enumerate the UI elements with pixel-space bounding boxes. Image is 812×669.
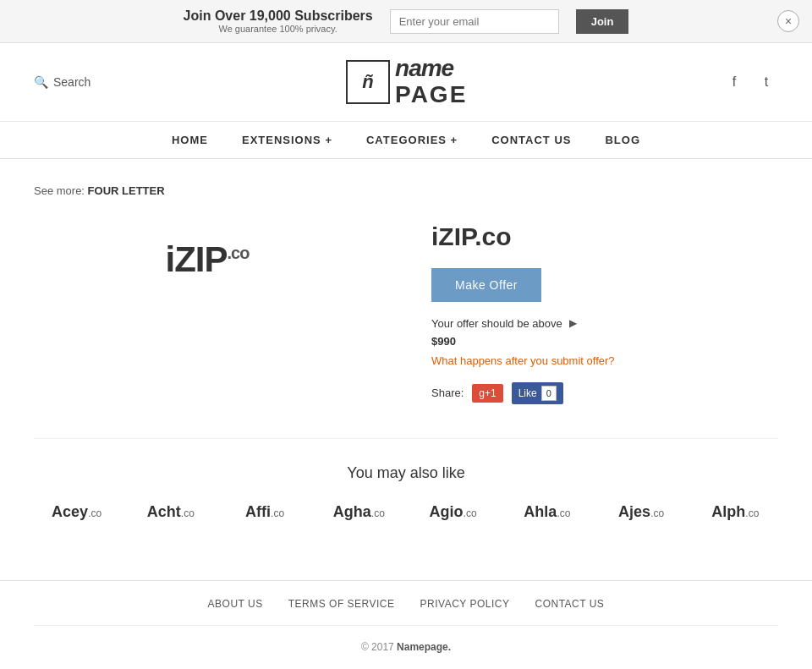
- search-area[interactable]: 🔍 Search: [34, 75, 91, 89]
- see-more-label: See more:: [34, 184, 85, 197]
- also-like-item[interactable]: Affi.co: [222, 503, 308, 521]
- footer-contact[interactable]: CONTACT US: [535, 598, 604, 610]
- footer-copyright: © 2017 Namepage.: [34, 641, 778, 653]
- main-content: See more: FOUR LETTER iZIP.co iZIP.co Ma…: [0, 159, 812, 546]
- domain-title: iZIP.co: [431, 222, 778, 251]
- also-like-item[interactable]: Ahla.co: [504, 503, 590, 521]
- banner-subtitle: We guarantee 100% privacy.: [184, 24, 373, 34]
- footer: ABOUT US TERMS OF SERVICE PRIVACY POLICY…: [0, 580, 812, 669]
- nav-categories[interactable]: CATEGORIES +: [366, 134, 458, 146]
- nav-home[interactable]: HOME: [172, 134, 208, 146]
- footer-privacy[interactable]: PRIVACY POLICY: [420, 598, 510, 610]
- close-button[interactable]: ×: [777, 10, 799, 32]
- also-like-item[interactable]: Alph.co: [693, 503, 778, 521]
- share-label: Share:: [431, 387, 464, 399]
- gplus-label: g+1: [479, 387, 496, 399]
- copyright-prefix: © 2017: [361, 641, 394, 653]
- domain-logo-display: iZIP.co: [166, 239, 250, 280]
- offer-info: Your offer should be above ▶: [431, 317, 778, 330]
- also-like-item[interactable]: Ajes.co: [599, 503, 684, 521]
- also-like-item[interactable]: Agio.co: [410, 503, 496, 521]
- also-like-grid: Acey.coAcht.coAffi.coAgha.coAgio.coAhla.…: [34, 503, 778, 521]
- domain-logo-main: iZIP: [166, 239, 228, 279]
- search-icon: 🔍: [34, 75, 48, 89]
- footer-about[interactable]: ABOUT US: [208, 598, 263, 610]
- fb-count: 0: [541, 386, 557, 401]
- search-label: Search: [53, 75, 91, 89]
- logo-box-icon: ñ: [346, 60, 390, 104]
- offer-above-label: Your offer should be above: [431, 317, 562, 330]
- also-like-item[interactable]: Agha.co: [316, 503, 402, 521]
- also-like-section: You may also like Acey.coAcht.coAffi.coA…: [34, 438, 778, 521]
- twitter-icon[interactable]: t: [754, 70, 778, 94]
- category-link[interactable]: FOUR LETTER: [88, 184, 165, 197]
- fb-like-label: Like: [518, 387, 537, 399]
- domain-section: iZIP.co iZIP.co Make Offer Your offer sh…: [34, 222, 778, 404]
- google-plus-button[interactable]: g+1: [472, 384, 502, 403]
- banner-text: Join Over 19,000 Subscribers We guarante…: [184, 8, 373, 34]
- domain-logo-area: iZIP.co: [34, 222, 381, 280]
- logo-text: name PAGE: [395, 56, 467, 108]
- copyright-brand[interactable]: Namepage.: [397, 641, 451, 653]
- join-button[interactable]: Join: [576, 9, 629, 34]
- header: 🔍 Search ñ name PAGE f t: [0, 43, 812, 122]
- nav-contact[interactable]: CONTACT US: [491, 134, 571, 146]
- domain-info: iZIP.co Make Offer Your offer should be …: [431, 222, 778, 404]
- facebook-icon[interactable]: f: [722, 70, 746, 94]
- also-like-item[interactable]: Acey.co: [34, 503, 119, 521]
- nav-blog[interactable]: BLOG: [605, 134, 640, 146]
- main-nav: HOME EXTENSIONS + CATEGORIES + CONTACT U…: [0, 122, 812, 159]
- breadcrumb: See more: FOUR LETTER: [34, 184, 778, 197]
- offer-arrow-icon: ▶: [569, 317, 577, 329]
- footer-terms[interactable]: TERMS OF SERVICE: [288, 598, 395, 610]
- banner-title: Join Over 19,000 Subscribers: [184, 8, 373, 24]
- logo-name: name: [395, 56, 467, 82]
- also-like-item[interactable]: Acht.co: [128, 503, 213, 521]
- email-input[interactable]: [390, 9, 559, 34]
- top-banner: Join Over 19,000 Subscribers We guarante…: [0, 0, 812, 43]
- domain-logo-ext: .co: [228, 244, 250, 262]
- offer-price: $990: [431, 335, 778, 348]
- site-logo[interactable]: ñ name PAGE: [346, 56, 467, 108]
- facebook-like-button[interactable]: Like 0: [512, 382, 563, 404]
- share-row: Share: g+1 Like 0: [431, 382, 778, 404]
- footer-links: ABOUT US TERMS OF SERVICE PRIVACY POLICY…: [34, 598, 778, 626]
- logo-page: PAGE: [395, 82, 467, 108]
- make-offer-button[interactable]: Make Offer: [431, 268, 541, 302]
- social-links: f t: [722, 70, 778, 94]
- what-happens-link[interactable]: What happens after you submit offer?: [431, 354, 778, 367]
- also-like-title: You may also like: [34, 464, 778, 482]
- nav-extensions[interactable]: EXTENSIONS +: [242, 134, 332, 146]
